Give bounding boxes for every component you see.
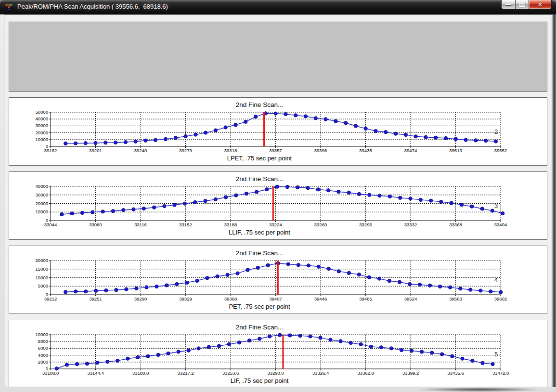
svg-text:39563: 39563 [449,296,462,301]
svg-text:20000: 20000 [36,258,48,263]
svg-text:33044: 33044 [44,222,57,227]
svg-text:6000: 6000 [38,345,48,351]
client-area: 0100002000030000400005000039162392013924… [4,14,552,387]
svg-text:10000: 10000 [36,275,48,280]
svg-text:39318: 39318 [224,148,237,153]
svg-text:39240: 39240 [134,148,147,153]
app-icon [5,3,13,12]
scan-chart-panel-4: 0500010000150002000039212392513929039329… [9,246,547,314]
maximize-icon [519,2,525,7]
svg-text:33296: 33296 [359,222,372,227]
svg-text:39212: 39212 [44,296,57,301]
svg-text:10000: 10000 [36,332,48,337]
svg-text:39446: 39446 [314,296,327,301]
svg-text:33152: 33152 [179,222,192,227]
scan-series [60,185,504,216]
app-window: Peak/ROM/PHA Scan Acquisition ( 39556.6,… [0,0,556,392]
maximize-button[interactable] [516,0,529,9]
scan-series [55,333,494,370]
svg-text:39201: 39201 [89,148,102,153]
chart-title: 2nd Fine Scan... [236,101,283,108]
chart-title: 2nd Fine Scan... [236,249,283,257]
svg-text:39329: 39329 [179,296,192,301]
chart-index-label: 4 [494,246,498,314]
scan-chart-panel-2: 0100002000030000400005000039162392013924… [9,97,547,166]
chart-xlabel: LIF, .75 sec per point [231,377,289,384]
svg-text:33435.6: 33435.6 [447,370,464,376]
svg-text:10000: 10000 [36,209,48,214]
svg-text:30000: 30000 [36,192,48,197]
svg-text:33180.8: 33180.8 [132,370,149,376]
window-frame-right [552,14,556,387]
svg-text:39368: 39368 [224,296,237,301]
svg-text:20000: 20000 [36,201,48,206]
svg-text:39251: 39251 [89,296,102,301]
chart-title: 2nd Fine Scan... [236,175,283,183]
svg-text:33260: 33260 [314,222,327,227]
svg-text:39407: 39407 [269,296,282,301]
svg-text:33368: 33368 [449,222,462,227]
title-bar[interactable]: Peak/ROM/PHA Scan Acquisition ( 39556.6,… [0,0,556,14]
svg-text:20000: 20000 [36,130,48,135]
minimize-button[interactable] [501,0,516,9]
svg-text:8000: 8000 [38,339,48,344]
svg-text:39279: 39279 [179,148,192,153]
svg-text:10000: 10000 [36,137,48,142]
svg-text:39162: 39162 [44,148,57,153]
svg-text:2000: 2000 [38,359,48,365]
chart-svg: 020004000600080001000033108.033144.43318… [9,320,547,387]
svg-text:40000: 40000 [36,116,48,121]
svg-text:33326.4: 33326.4 [312,370,329,376]
svg-text:4000: 4000 [38,353,48,358]
svg-text:39524: 39524 [404,296,417,301]
svg-text:39513: 39513 [449,148,462,153]
chart-xlabel: PET, .75 sec per point [229,303,290,310]
svg-text:33188: 33188 [224,222,237,227]
svg-text:50000: 50000 [36,109,48,115]
scan-series [64,112,498,145]
svg-text:39357: 39357 [269,148,282,153]
chart-svg: 0100002000030000400003304433080331163315… [9,172,547,238]
svg-text:33399.2: 33399.2 [402,370,419,376]
svg-text:33116: 33116 [134,222,147,227]
window-frame-bottom-shadow [416,387,542,392]
gridlines [51,112,501,146]
svg-text:5000: 5000 [38,283,48,288]
scan-chart-panel-5: 020004000600080001000033108.033144.43318… [9,320,547,387]
scan-charts-container: 0100002000030000400005000039162392013924… [4,97,552,387]
chart-index-label: 2 [494,98,498,165]
svg-text:40000: 40000 [36,183,48,189]
scan-chart-panel-3: 0100002000030000400003304433080331163315… [9,171,547,240]
svg-text:33362.8: 33362.8 [357,370,374,376]
window-title: Peak/ROM/PHA Scan Acquisition ( 39556.6,… [17,3,168,10]
svg-text:33144.4: 33144.4 [87,370,103,376]
svg-text:30000: 30000 [36,123,48,128]
svg-text:33080: 33080 [89,222,102,227]
svg-text:33253.6: 33253.6 [222,370,239,376]
status-display-panel [9,22,547,92]
chart-svg: 0100002000030000400005000039162392013924… [9,98,547,164]
svg-text:39474: 39474 [404,148,417,153]
svg-text:33290.0: 33290.0 [267,370,284,376]
svg-text:39485: 39485 [359,296,372,301]
close-button[interactable]: ✕ [529,0,552,9]
svg-text:15000: 15000 [36,266,48,272]
svg-text:39435: 39435 [359,148,372,153]
window-controls: ✕ [501,0,552,10]
chart-index-label: 5 [494,320,498,387]
chart-title: 2nd Fine Scan... [236,324,283,331]
gridlines [51,186,501,221]
chart-xlabel: LPET, .75 sec per point [227,155,292,162]
svg-text:33224: 33224 [269,222,282,227]
chart-index-label: 3 [494,172,498,239]
chart-svg: 0500010000150002000039212392513929039329… [9,246,547,313]
close-icon: ✕ [538,1,543,8]
svg-text:33217.2: 33217.2 [177,370,194,376]
svg-text:33108.0: 33108.0 [42,370,59,376]
svg-text:39290: 39290 [134,296,147,301]
axes [49,186,501,222]
chart-xlabel: LLIF, .75 sec per point [229,229,290,236]
minimize-icon [505,4,511,5]
svg-text:33332: 33332 [404,222,417,227]
svg-text:39396: 39396 [314,148,327,153]
